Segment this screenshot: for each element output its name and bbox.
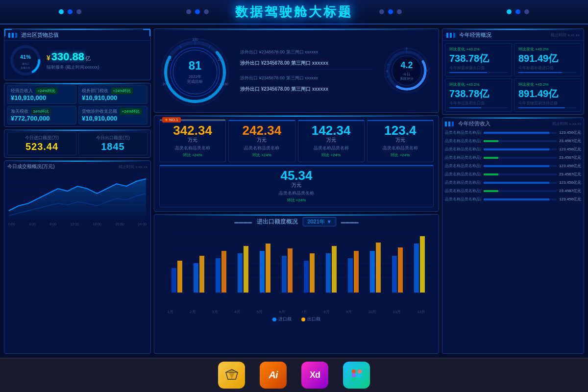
operations-panel: 今年经营概况 截止时间 x.xx.xx 环比变化 +43.2% 738.78亿 … bbox=[442, 28, 584, 115]
gauge-info: ¥ 330.88 亿 辐射服务 (截止时间xxxxxx) bbox=[47, 50, 147, 71]
total-value: 330.88 bbox=[51, 50, 84, 63]
x-axis: 0:00 4:00 8:00 12:00 16:00 20:00 24:00 bbox=[7, 222, 147, 226]
kpi-change-3: 环比 +24% bbox=[372, 152, 428, 158]
main-content: 进出区货物总值 41% 进出口 总值占比 bbox=[0, 24, 588, 358]
stat-box-1: 税务部门税收 +24%环比 ¥10,910,000 bbox=[78, 85, 147, 104]
year-value: 2021年 bbox=[307, 218, 324, 225]
kpi-number-3: 123.4 bbox=[372, 124, 428, 137]
rt-label-0: 今年标题标题出口值 bbox=[449, 65, 508, 71]
stats-panel: 经营总收入 +24%环比 ¥10,910,000 税务部门税收 +24%环比 ¥… bbox=[4, 83, 151, 127]
svg-text:2022年: 2022年 bbox=[189, 74, 201, 79]
stat-value-3: ¥10,910,000 bbox=[82, 115, 144, 122]
svg-rect-73 bbox=[310, 253, 315, 293]
rt-progress-bar-0 bbox=[449, 72, 487, 73]
big-gauge: 81 2022年 完成目标 100 40 160 20 180 bbox=[157, 34, 235, 107]
revenue-header: 今年经营收入 截止时间 x.xx.xx bbox=[445, 120, 581, 127]
stat-value-0: ¥10,910,000 bbox=[11, 94, 73, 101]
xd-label: Xd bbox=[310, 370, 320, 380]
kpi-change-4: 环比 +24% bbox=[165, 197, 428, 203]
figma-icon[interactable] bbox=[343, 362, 370, 389]
svg-text:今日: 今日 bbox=[403, 73, 410, 76]
bar-chart-title: 进出口额度概况 bbox=[257, 218, 298, 226]
dot bbox=[388, 9, 393, 14]
kpi-name-4: 品类名称品类名称 bbox=[165, 190, 428, 196]
kpi-panel: ★ NO.1 342.34 万元 品类名称品类名称 环比 +24% 242.34… bbox=[154, 115, 439, 212]
rt-change-3: 环比变化 +43.2% bbox=[518, 82, 577, 87]
svg-rect-66 bbox=[238, 253, 243, 293]
svg-text:81: 81 bbox=[189, 59, 202, 72]
stat-value-1: ¥10,910,000 bbox=[82, 94, 144, 101]
export-value: 1845 bbox=[82, 141, 144, 152]
kpi-card-2: 142.34 万元 品类名称品类名称 环比 +24% bbox=[298, 120, 365, 162]
line-chart-svg bbox=[7, 172, 147, 220]
kpi-name-1: 品类名称品类名称 bbox=[234, 145, 290, 151]
svg-text:40: 40 bbox=[168, 58, 172, 61]
svg-rect-90 bbox=[358, 373, 362, 377]
rt-value-1: 891.49亿 bbox=[518, 52, 577, 65]
gauge-info-list: 涉外出口 ¥2345678.00 第三闸口 xxxxxx 涉外出口 ¥23456… bbox=[240, 49, 372, 93]
rt-label-3: 今年货物贸易涉外总额 bbox=[518, 100, 577, 106]
kpi-unit-4: 万元 bbox=[165, 182, 428, 189]
svg-text:160: 160 bbox=[218, 58, 223, 61]
import-label: 今日进口额度(万) bbox=[11, 135, 73, 141]
rt-label-2: 今年单位面积出口值 bbox=[449, 100, 508, 106]
sketch-icon[interactable] bbox=[218, 362, 245, 389]
svg-rect-64 bbox=[216, 258, 220, 293]
svg-rect-67 bbox=[244, 246, 248, 293]
kpi-number-4: 45.34 bbox=[165, 169, 428, 182]
svg-rect-80 bbox=[392, 256, 397, 293]
rt-progress-0 bbox=[449, 72, 508, 73]
revenue-item-5: 品类名称品类名称品类名称品类名称 23.4567亿元 bbox=[445, 172, 581, 177]
kpi-unit-2: 万元 bbox=[303, 137, 359, 144]
bar-chart-header: ▬▬▬▬ 进出口额度概况 2021年 ▼ ▬▬▬▬ bbox=[157, 217, 436, 226]
svg-rect-77 bbox=[354, 251, 359, 293]
kpi-card-3: 123.4 万元 品类名称品类名称 环比 +24% bbox=[367, 120, 434, 162]
svg-rect-60 bbox=[172, 268, 176, 293]
revenue-time: 截止时间 x.xx.xx bbox=[552, 121, 581, 126]
page-title: 数据驾驶舱大标题 bbox=[235, 3, 353, 21]
dot bbox=[507, 9, 512, 14]
sub-label: 辐射服务 (截止时间xxxxxx) bbox=[47, 64, 147, 71]
svg-rect-79 bbox=[376, 243, 381, 293]
ie-grid: 今日进口额度(万) 523.44 今日出口额度(万) 1845 bbox=[4, 130, 150, 157]
rt-progress-bar-3 bbox=[518, 107, 565, 108]
chart-time: 截止时间 x.xx.xx bbox=[119, 164, 147, 170]
kpi-change-0: 环比 +24% bbox=[165, 152, 220, 158]
revenue-item-4: 品类名称品类名称品类名称品类名称 123.456亿元 bbox=[445, 163, 581, 169]
legend-import: 进口额 bbox=[272, 316, 292, 322]
revenue-items: 品类名称品类名称品类名称品类名称 123.456亿元 品类名称品类名称品类名称品… bbox=[445, 130, 581, 202]
svg-rect-89 bbox=[352, 373, 356, 377]
export-label: 今日出口额度(万) bbox=[82, 135, 144, 141]
rt-progress-bar-1 bbox=[518, 72, 562, 73]
svg-rect-65 bbox=[221, 251, 226, 293]
svg-marker-85 bbox=[229, 369, 235, 379]
xd-icon[interactable]: Xd bbox=[301, 362, 328, 389]
svg-rect-83 bbox=[420, 236, 425, 293]
svg-text:10: 10 bbox=[425, 70, 428, 73]
chart-header: 今日成交额概况(万元) 截止时间 x.xx.xx bbox=[7, 163, 147, 170]
bar-legend: 进口额 出口额 bbox=[157, 316, 436, 322]
svg-text:180: 180 bbox=[222, 82, 228, 86]
dot bbox=[379, 9, 384, 14]
legend-export: 出口额 bbox=[301, 316, 320, 322]
dot bbox=[68, 9, 73, 14]
kpi-number-0: 342.34 bbox=[165, 124, 220, 137]
rt-value-0: 738.78亿 bbox=[449, 52, 508, 65]
revenue-item-8: 品类名称品类名称品类名称品类名称 123.456亿元 bbox=[445, 196, 581, 202]
year-selector[interactable]: 2021年 ▼ bbox=[303, 217, 336, 226]
kpi-name-0: 品类名称品类名称 bbox=[165, 145, 220, 151]
bar-chart-panel: ▬▬▬▬ 进出口额度概况 2021年 ▼ ▬▬▬▬ bbox=[154, 214, 439, 354]
rt-value-2: 738.78亿 bbox=[449, 87, 508, 100]
header: 数据驾驶舱大标题 bbox=[0, 0, 588, 24]
revenue-item-3: 品类名称品类名称品类名称品类名称 23.4567亿元 bbox=[445, 155, 581, 160]
bottom-app-bar: Ai Xd bbox=[0, 358, 588, 392]
revenue-item-7: 品类名称品类名称品类名称品类名称 23.4567亿元 bbox=[445, 188, 581, 194]
import-export-panel: 今日进口额度(万) 523.44 今日出口额度(万) 1845 bbox=[4, 129, 151, 158]
illustrator-icon[interactable]: Ai bbox=[260, 362, 287, 389]
no1-badge: ★ NO.1 bbox=[162, 117, 181, 122]
header-dots-center-right bbox=[379, 9, 402, 14]
import-box: 今日进口额度(万) 523.44 bbox=[7, 132, 76, 155]
svg-rect-70 bbox=[282, 256, 287, 293]
svg-point-26 bbox=[173, 50, 217, 94]
stats-grid: 经营总收入 +24%环比 ¥10,910,000 税务部门税收 +24%环比 ¥… bbox=[4, 83, 150, 126]
